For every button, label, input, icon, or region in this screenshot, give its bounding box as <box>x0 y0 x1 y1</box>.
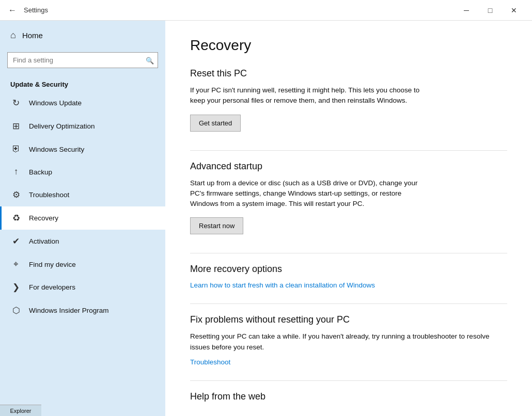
divider-3 <box>190 303 507 304</box>
advanced-startup-title: Advanced startup <box>190 161 507 172</box>
reset-pc-description: If your PC isn't running well, resetting… <box>190 85 428 106</box>
title-bar: ← Settings ─ □ ✕ <box>0 0 532 21</box>
backup-icon: ↑ <box>10 167 22 177</box>
sidebar-item-label-backup: Backup <box>29 168 52 176</box>
sidebar-item-label-activation: Activation <box>29 237 59 245</box>
divider-2 <box>190 253 507 253</box>
maximize-button[interactable]: □ <box>478 0 502 21</box>
taskbar-hint: Explorer <box>0 405 41 416</box>
content-area: Recovery Reset this PC If your PC isn't … <box>165 21 532 416</box>
close-icon: ✕ <box>511 6 517 14</box>
sidebar-item-for-developers[interactable]: ❯ For developers <box>0 276 165 299</box>
advanced-startup-description: Start up from a device or disc (such as … <box>190 178 428 210</box>
sidebar-item-delivery-optimization[interactable]: ⊞ Delivery Optimization <box>0 115 165 138</box>
sidebar-item-label-windows-update: Windows Update <box>29 99 82 107</box>
sidebar-item-label-find-device: Find my device <box>29 261 76 268</box>
more-recovery-title: More recovery options <box>190 264 507 275</box>
troubleshoot-icon: ⚙ <box>10 189 22 200</box>
delivery-optimization-icon: ⊞ <box>10 121 22 132</box>
windows-update-icon: ↻ <box>10 98 22 108</box>
sidebar-item-troubleshoot[interactable]: ⚙ Troubleshoot <box>0 183 165 206</box>
search-input[interactable] <box>7 52 158 68</box>
back-icon: ← <box>8 6 17 15</box>
sidebar: ⌂ Home 🔍 Update & Security ↻ Windows Upd… <box>0 21 165 416</box>
sidebar-item-recovery[interactable]: ♻ Recovery <box>0 206 165 230</box>
main-layout: ⌂ Home 🔍 Update & Security ↻ Windows Upd… <box>0 21 532 416</box>
sidebar-item-backup[interactable]: ↑ Backup <box>0 161 165 183</box>
page-title: Recovery <box>190 37 507 54</box>
recovery-icon: ♻ <box>10 213 22 223</box>
sidebar-item-label-windows-security: Windows Security <box>29 146 84 153</box>
sidebar-item-windows-insider[interactable]: ⬡ Windows Insider Program <box>0 299 165 322</box>
clean-install-link[interactable]: Learn how to start fresh with a clean in… <box>190 281 375 289</box>
sidebar-item-windows-update[interactable]: ↻ Windows Update <box>0 91 165 115</box>
sidebar-item-activation[interactable]: ✔ Activation <box>0 230 165 253</box>
home-icon: ⌂ <box>10 30 16 41</box>
fix-problems-title: Fix problems without resetting your PC <box>190 314 507 325</box>
sidebar-item-label-troubleshoot: Troubleshoot <box>29 191 69 199</box>
back-button[interactable]: ← <box>6 4 19 17</box>
get-started-button[interactable]: Get started <box>190 115 241 132</box>
minimize-button[interactable]: ─ <box>455 0 478 21</box>
section-label: Update & Security <box>0 75 165 91</box>
divider-4 <box>190 380 507 381</box>
sidebar-item-label-recovery: Recovery <box>29 214 58 222</box>
help-web-title: Help from the web <box>190 391 507 402</box>
reset-pc-title: Reset this PC <box>190 68 507 79</box>
more-recovery-section: Learn how to start fresh with a clean in… <box>190 281 507 289</box>
maximize-icon: □ <box>488 6 492 14</box>
sidebar-home[interactable]: ⌂ Home <box>0 21 165 50</box>
windows-security-icon: ⛨ <box>10 144 22 154</box>
restart-now-button[interactable]: Restart now <box>190 217 243 234</box>
activation-icon: ✔ <box>10 236 22 247</box>
divider-1 <box>190 150 507 151</box>
minimize-icon: ─ <box>464 6 469 14</box>
search-icon: 🔍 <box>146 56 154 64</box>
sidebar-item-label-delivery-optimization: Delivery Optimization <box>29 122 95 130</box>
taskbar-label: Explorer <box>10 408 32 414</box>
sidebar-item-find-my-device[interactable]: ⌖ Find my device <box>0 253 165 276</box>
insider-icon: ⬡ <box>10 305 22 316</box>
sidebar-item-windows-security[interactable]: ⛨ Windows Security <box>0 138 165 161</box>
developers-icon: ❯ <box>10 282 22 293</box>
sidebar-item-label-developers: For developers <box>29 283 75 291</box>
window-title: Settings <box>24 6 455 14</box>
find-device-icon: ⌖ <box>10 259 22 269</box>
close-button[interactable]: ✕ <box>502 0 526 21</box>
troubleshoot-link[interactable]: Troubleshoot <box>190 358 230 366</box>
window-controls: ─ □ ✕ <box>455 0 526 21</box>
fix-problems-description: Resetting your PC can take a while. If y… <box>190 331 507 353</box>
sidebar-item-label-insider: Windows Insider Program <box>29 307 109 314</box>
search-box: 🔍 <box>7 52 158 68</box>
sidebar-home-label: Home <box>22 31 43 40</box>
